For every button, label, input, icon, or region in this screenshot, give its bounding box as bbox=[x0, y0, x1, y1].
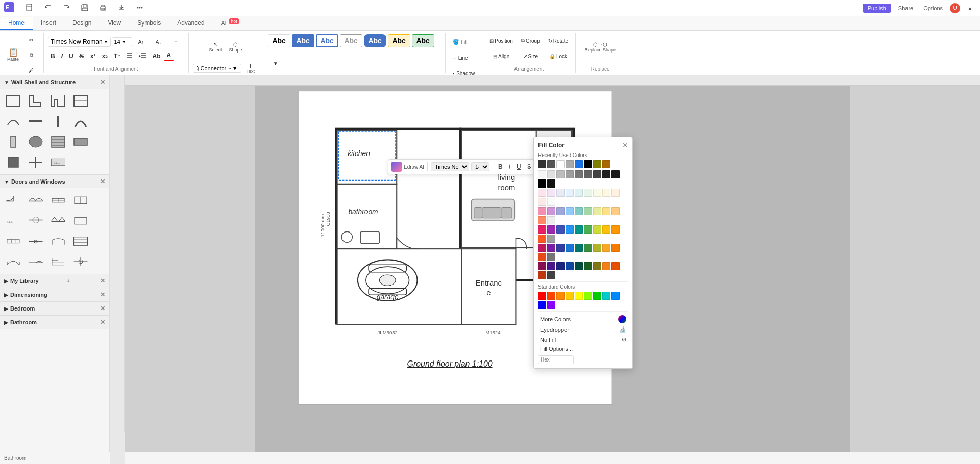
c-3-8[interactable] bbox=[602, 207, 610, 215]
text-color-button[interactable]: A bbox=[164, 50, 174, 61]
style-swatch-1[interactable]: Abc bbox=[268, 34, 290, 47]
c-2-5[interactable] bbox=[575, 189, 583, 197]
panel-section-walls-header[interactable]: ▼ Wall Shell and Structure ✕ bbox=[0, 75, 109, 89]
connector-button[interactable]: ⤵ Connector ~ ▼ bbox=[193, 64, 241, 73]
c-4-11[interactable] bbox=[547, 235, 555, 243]
walls-close-icon[interactable]: ✕ bbox=[100, 79, 105, 86]
ft-bold[interactable]: B bbox=[496, 162, 505, 171]
c-6-8[interactable] bbox=[602, 262, 610, 270]
panel-section-dimensioning-header[interactable]: ▶ Dimensioning ✕ bbox=[0, 288, 109, 301]
shape-frame[interactable] bbox=[70, 212, 91, 230]
c-3-6[interactable] bbox=[584, 207, 592, 215]
c-5-8[interactable] bbox=[602, 244, 610, 252]
c-3-4[interactable] bbox=[566, 207, 574, 215]
recent-color-1[interactable] bbox=[538, 160, 546, 168]
top-action-undo[interactable] bbox=[41, 3, 55, 14]
c-3-2[interactable] bbox=[547, 207, 555, 215]
dimensioning-close-icon[interactable]: ✕ bbox=[100, 291, 105, 298]
shape-platform[interactable] bbox=[70, 133, 91, 151]
c-3-9[interactable] bbox=[611, 207, 620, 215]
c-2-1[interactable] bbox=[538, 189, 546, 197]
popup-close-button[interactable]: ✕ bbox=[622, 141, 628, 149]
c-2-4[interactable] bbox=[566, 189, 574, 197]
shape-vertical-wall[interactable] bbox=[48, 112, 68, 131]
c-6-5[interactable] bbox=[575, 262, 583, 270]
doors-close-icon[interactable]: ✕ bbox=[100, 178, 105, 185]
c-5-4[interactable] bbox=[566, 244, 574, 252]
shape-window[interactable] bbox=[48, 191, 68, 210]
c-1-8[interactable] bbox=[602, 170, 610, 178]
c-4-3[interactable] bbox=[556, 225, 565, 234]
shape-oval[interactable] bbox=[26, 133, 46, 151]
collapse-button[interactable]: ▲ bbox=[964, 4, 976, 12]
eyedropper-action[interactable]: Eyedropper 🔬 bbox=[538, 325, 628, 334]
italic-button[interactable]: I bbox=[59, 51, 65, 61]
rotate-button[interactable]: ↻ Rotate bbox=[545, 34, 571, 48]
more-colors-action[interactable]: More Colors bbox=[538, 314, 628, 325]
shape-sliding-door[interactable] bbox=[70, 191, 91, 210]
bathroom-close-icon[interactable]: ✕ bbox=[100, 319, 105, 326]
c-6-4[interactable] bbox=[566, 262, 574, 270]
strikethrough-button[interactable]: S̶ bbox=[77, 51, 87, 61]
tab-home[interactable]: Home bbox=[0, 17, 33, 30]
std-7[interactable] bbox=[593, 292, 601, 300]
canvas-area[interactable]: Edraw AI Times Ne 14 B I U S̶ ☰ • Ab A F… bbox=[110, 75, 980, 464]
c-1-11[interactable] bbox=[547, 179, 555, 188]
shape-door-double[interactable] bbox=[26, 191, 46, 210]
std-2[interactable] bbox=[547, 292, 555, 300]
size-button[interactable]: ⤢ Size bbox=[518, 49, 543, 63]
c-6-7[interactable] bbox=[593, 262, 601, 270]
shape-cross[interactable] bbox=[26, 153, 46, 171]
c-6-10[interactable] bbox=[538, 271, 546, 279]
shape-bifold[interactable] bbox=[48, 212, 68, 230]
style-swatch-2[interactable]: Abc bbox=[292, 34, 314, 47]
font-family-dropdown[interactable]: Times New Roman ▼ bbox=[48, 37, 111, 47]
std-9[interactable] bbox=[611, 292, 620, 300]
shape-curved-wall[interactable] bbox=[3, 112, 23, 131]
shape-step-details[interactable] bbox=[48, 252, 68, 271]
c-1-6[interactable] bbox=[584, 170, 592, 178]
bold-button[interactable]: B bbox=[48, 51, 58, 61]
recent-color-5[interactable] bbox=[575, 160, 583, 168]
std-4[interactable] bbox=[566, 292, 574, 300]
c-5-7[interactable] bbox=[593, 244, 601, 252]
tab-insert[interactable]: Insert bbox=[33, 17, 64, 30]
user-avatar[interactable]: U bbox=[950, 3, 960, 13]
top-action-more[interactable] bbox=[133, 3, 147, 14]
shape-column[interactable] bbox=[3, 133, 23, 151]
std-1[interactable] bbox=[538, 292, 546, 300]
tab-symbols[interactable]: Symbols bbox=[129, 17, 169, 30]
std-3[interactable] bbox=[556, 292, 565, 300]
text-case-button[interactable]: T↑ bbox=[111, 51, 123, 61]
text-button[interactable]: T Text bbox=[242, 61, 259, 75]
copy-button[interactable]: ⧉ bbox=[23, 48, 39, 62]
c-2-11[interactable] bbox=[547, 198, 555, 206]
ft-size-select[interactable]: 14 bbox=[471, 162, 489, 171]
panel-section-library-header[interactable]: ▶ My Library + ✕ bbox=[0, 274, 109, 288]
font-size-decrease[interactable]: A↓ bbox=[151, 35, 167, 49]
recent-color-3[interactable] bbox=[556, 160, 565, 168]
c-6-2[interactable] bbox=[547, 262, 555, 270]
shape-partition[interactable] bbox=[70, 92, 91, 110]
underline-button[interactable]: U bbox=[66, 51, 76, 61]
c-5-2[interactable] bbox=[547, 244, 555, 252]
c-1-9[interactable] bbox=[611, 170, 620, 178]
c-4-10[interactable] bbox=[538, 235, 546, 243]
panel-section-bedroom-header[interactable]: ▶ Bedroom ✕ bbox=[0, 302, 109, 315]
shape-stairs[interactable] bbox=[48, 133, 68, 151]
recent-color-8[interactable] bbox=[602, 160, 610, 168]
library-close-icon[interactable]: ✕ bbox=[100, 277, 105, 285]
tab-advanced[interactable]: Advanced bbox=[169, 17, 212, 30]
superscript-button[interactable]: x² bbox=[88, 51, 99, 61]
style-swatch-5[interactable]: Abc bbox=[364, 34, 386, 47]
shape-stairs-spiral[interactable] bbox=[3, 252, 23, 271]
ft-italic[interactable]: I bbox=[507, 162, 512, 171]
style-swatch-3[interactable]: Abc bbox=[316, 34, 338, 47]
select-button[interactable]: ↖ Select bbox=[206, 33, 225, 61]
c-4-4[interactable] bbox=[566, 225, 574, 234]
tab-ai[interactable]: AI hot bbox=[213, 17, 247, 30]
shape-revolving-door[interactable] bbox=[26, 212, 46, 230]
c-4-1[interactable] bbox=[538, 225, 546, 234]
c-3-10[interactable] bbox=[538, 216, 546, 224]
ft-underline[interactable]: U bbox=[514, 162, 523, 171]
